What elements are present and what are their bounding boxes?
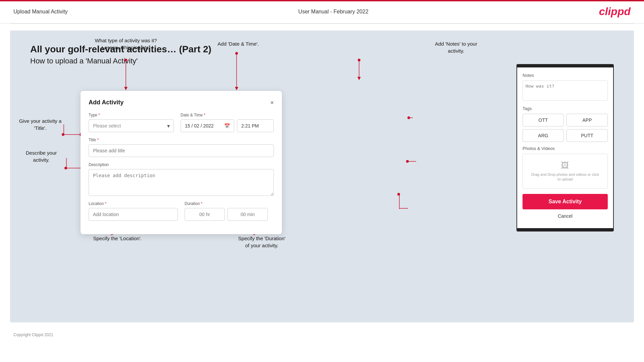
notes-section: Notes bbox=[523, 73, 608, 102]
duration-hr-input[interactable] bbox=[185, 208, 225, 221]
photos-label: Photos & Videos bbox=[523, 146, 608, 151]
copyright: Copyright Clippd 2021 bbox=[0, 329, 644, 341]
description-group: Description bbox=[89, 162, 274, 196]
panel-content: Notes Tags OTT APP ARG PUTT Photos & Vid… bbox=[517, 67, 613, 228]
type-select-wrapper: Please select bbox=[89, 119, 174, 132]
annotation-activity-type: What type of activity was it? Lesson, Ch… bbox=[84, 37, 168, 51]
tag-putt[interactable]: PUTT bbox=[566, 129, 608, 142]
svg-point-31 bbox=[397, 193, 400, 196]
duration-group: Duration * bbox=[185, 201, 274, 221]
type-select[interactable]: Please select bbox=[89, 119, 174, 132]
tag-app[interactable]: APP bbox=[566, 114, 608, 126]
datetime-label: Date & Time * bbox=[181, 113, 274, 117]
header-divider bbox=[10, 23, 634, 24]
datetime-group: Date & Time * 15 / 02 / 2022 📅 bbox=[181, 113, 274, 132]
type-group: Type * Please select bbox=[89, 113, 174, 132]
time-input[interactable] bbox=[237, 119, 274, 132]
save-activity-button[interactable]: Save Activity bbox=[523, 194, 608, 209]
modal-title: Add Activity bbox=[89, 99, 123, 106]
panel-top-bar bbox=[517, 65, 613, 67]
tags-grid: OTT APP ARG PUTT bbox=[523, 114, 608, 142]
title-field-label: Title * bbox=[89, 138, 274, 142]
svg-marker-4 bbox=[235, 87, 238, 90]
tags-label: Tags bbox=[523, 106, 608, 111]
annotation-duration: Specify the 'Duration' of your activity. bbox=[218, 235, 305, 249]
doc-title: User Manual - February 2022 bbox=[298, 9, 368, 15]
location-duration-row: Location * Duration * bbox=[89, 201, 274, 221]
photo-upload-icon: 🖼 bbox=[530, 161, 601, 170]
tag-arg[interactable]: ARG bbox=[523, 129, 564, 142]
description-label: Description bbox=[89, 162, 274, 167]
title-row: Title * bbox=[89, 138, 274, 157]
tags-section: Tags OTT APP ARG PUTT bbox=[523, 106, 608, 142]
svg-point-28 bbox=[406, 160, 409, 163]
photo-upload-area[interactable]: 🖼 Drag and Drop photos and videos or cli… bbox=[523, 154, 608, 189]
notes-label: Notes bbox=[523, 73, 608, 78]
tag-ott[interactable]: OTT bbox=[523, 114, 564, 126]
title-group: Title * bbox=[89, 138, 274, 157]
location-group: Location * bbox=[89, 201, 178, 221]
calendar-icon: 📅 bbox=[224, 123, 230, 128]
datetime-inputs: 15 / 02 / 2022 📅 bbox=[181, 119, 274, 132]
photo-upload-text: Drag and Drop photos and videos or click… bbox=[531, 172, 599, 181]
svg-marker-1 bbox=[124, 87, 128, 90]
svg-point-12 bbox=[64, 167, 67, 169]
panel-bottom-bar bbox=[517, 228, 613, 231]
right-panel: Notes Tags OTT APP ARG PUTT Photos & Vid… bbox=[516, 64, 614, 231]
annotation-date-time: Add 'Date & Time'. bbox=[205, 41, 272, 48]
content-area: All your golf-relevant activities… (Part… bbox=[10, 31, 634, 322]
page-title: Upload Manual Activity bbox=[13, 9, 68, 15]
modal-header: Add Activity × bbox=[89, 99, 274, 106]
title-input[interactable] bbox=[89, 144, 274, 157]
close-button[interactable]: × bbox=[270, 100, 274, 106]
description-textarea[interactable] bbox=[89, 169, 274, 196]
duration-inputs bbox=[185, 208, 274, 221]
header: Upload Manual Activity User Manual - Feb… bbox=[0, 0, 644, 23]
annotation-title: Give your activity a 'Title'. bbox=[17, 118, 64, 132]
annotation-describe: Describe your activity. bbox=[19, 150, 63, 164]
add-activity-modal: Add Activity × Type * Please select Date… bbox=[81, 91, 282, 234]
logo: clippd bbox=[599, 5, 631, 18]
annotation-location: Specify the 'Location'. bbox=[84, 235, 151, 242]
location-input[interactable] bbox=[89, 208, 178, 221]
svg-point-26 bbox=[407, 116, 410, 119]
type-label: Type * bbox=[89, 113, 174, 117]
notes-textarea[interactable] bbox=[523, 81, 608, 101]
photos-section: Photos & Videos 🖼 Drag and Drop photos a… bbox=[523, 146, 608, 189]
type-datetime-row: Type * Please select Date & Time * 15 / … bbox=[89, 113, 274, 132]
location-label: Location * bbox=[89, 201, 178, 206]
duration-min-input[interactable] bbox=[228, 208, 268, 221]
duration-label: Duration * bbox=[185, 201, 274, 206]
svg-point-8 bbox=[62, 133, 64, 136]
svg-marker-23 bbox=[357, 77, 361, 80]
description-row: Description bbox=[89, 162, 274, 196]
date-input[interactable]: 15 / 02 / 2022 📅 bbox=[181, 119, 234, 132]
annotation-notes: Add 'Notes' to your activity. bbox=[419, 41, 493, 55]
cancel-link[interactable]: Cancel bbox=[523, 213, 608, 223]
